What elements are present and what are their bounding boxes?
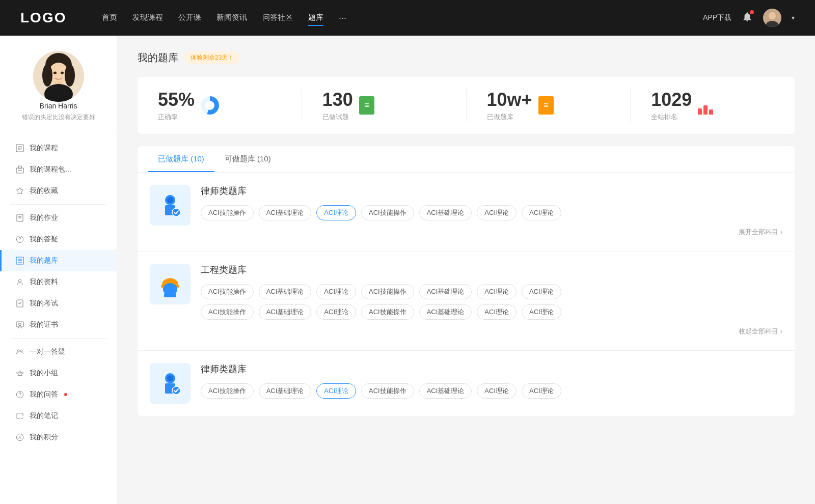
svg-point-6 — [42, 64, 52, 87]
tag-1a-1[interactable]: ACI基础理论 — [259, 284, 312, 299]
sidebar-item-oneone[interactable]: 一对一答疑 — [0, 341, 117, 362]
divider-2 — [10, 338, 106, 339]
bar-chart-icon — [698, 96, 716, 115]
sidebar-item-favorites[interactable]: 我的收藏 — [0, 180, 117, 202]
tag-1b-5[interactable]: ACI理论 — [477, 304, 517, 320]
sidebar: Brian Harris 错误的决定比没有决定要好 我的课程 我的课程包... — [0, 36, 117, 504]
sidebar-item-myqa[interactable]: 我的问答 — [0, 384, 117, 405]
sidebar-item-qa[interactable]: 我的答疑 — [0, 229, 117, 250]
expand-link-0[interactable]: 展开全部科目 › — [201, 226, 782, 239]
tag-1b-6[interactable]: ACI理论 — [522, 304, 561, 320]
svg-point-53 — [172, 386, 180, 395]
sidebar-item-package[interactable]: 我的课程包... — [0, 159, 117, 180]
stat-done-questions-label: 已做试题 — [322, 113, 353, 122]
nav-more[interactable]: ··· — [339, 10, 346, 26]
library-icon — [15, 256, 24, 265]
sidebar-label-package: 我的课程包... — [30, 165, 71, 174]
tag-1a-5[interactable]: ACI理论 — [477, 284, 517, 299]
myqa-icon — [15, 390, 24, 399]
svg-point-28 — [18, 279, 21, 282]
main-container: Brian Harris 错误的决定比没有决定要好 我的课程 我的课程包... — [0, 36, 815, 504]
sidebar-label-course: 我的课程 — [30, 144, 58, 153]
library-section-0: 律师类题库 ACI技能操作 ACI基础理论 ACI理论 ACI技能操作 ACI基… — [138, 173, 795, 251]
tag-1a-3[interactable]: ACI技能操作 — [361, 284, 414, 299]
lawyer-icon-2 — [157, 370, 183, 397]
course-icon — [15, 144, 24, 153]
library-content-0: 律师类题库 ACI技能操作 ACI基础理论 ACI理论 ACI技能操作 ACI基… — [201, 185, 782, 239]
tag-0-4[interactable]: ACI基础理论 — [419, 205, 472, 220]
stat-accuracy-number: 55% — [158, 89, 195, 110]
notification-bell[interactable] — [742, 11, 753, 24]
sidebar-item-points[interactable]: A 我的积分 — [0, 427, 117, 448]
sidebar-item-note[interactable]: 我的笔记 — [0, 405, 117, 427]
svg-point-23 — [19, 241, 20, 241]
package-icon — [15, 165, 24, 174]
tag-1b-2[interactable]: ACI理论 — [316, 304, 356, 320]
tag-2-5[interactable]: ACI理论 — [477, 383, 517, 399]
tag-2-2[interactable]: ACI理论 — [316, 383, 356, 399]
tag-2-6[interactable]: ACI理论 — [522, 383, 561, 399]
svg-text:A: A — [18, 435, 21, 440]
tag-1b-1[interactable]: ACI基础理论 — [259, 304, 312, 320]
sidebar-item-cert[interactable]: 我的证书 — [0, 314, 117, 335]
tag-1b-3[interactable]: ACI技能操作 — [361, 304, 414, 320]
nav-home[interactable]: 首页 — [102, 10, 117, 26]
sidebar-item-course[interactable]: 我的课程 — [0, 137, 117, 159]
tag-0-2[interactable]: ACI理论 — [316, 205, 356, 220]
tag-2-1[interactable]: ACI基础理论 — [259, 383, 312, 399]
sidebar-label-myqa: 我的问答 — [30, 390, 58, 399]
svg-point-45 — [167, 197, 173, 203]
tab-done[interactable]: 已做题库 (10) — [148, 146, 214, 172]
cert-icon — [15, 320, 24, 329]
nav-qa[interactable]: 问答社区 — [262, 10, 293, 26]
tag-1a-6[interactable]: ACI理论 — [522, 284, 561, 299]
svg-point-37 — [17, 372, 18, 374]
tag-0-1[interactable]: ACI基础理论 — [259, 205, 312, 220]
lawyer-icon-0 — [157, 192, 183, 218]
user-menu-chevron[interactable]: ▾ — [792, 14, 795, 21]
svg-point-35 — [20, 350, 22, 352]
myqa-dot — [64, 393, 67, 396]
tags-row-1b: ACI技能操作 ACI基础理论 ACI理论 ACI技能操作 ACI基础理论 AC… — [201, 304, 782, 320]
tag-1b-4[interactable]: ACI基础理论 — [419, 304, 472, 320]
list-icon — [538, 96, 554, 115]
tag-2-0[interactable]: ACI技能操作 — [201, 383, 254, 399]
notification-badge — [750, 10, 754, 14]
tag-1a-2[interactable]: ACI理论 — [316, 284, 356, 299]
expand-link-1[interactable]: 收起全部科目 › — [201, 325, 782, 338]
stat-done-banks-number: 10w+ — [487, 89, 532, 110]
sidebar-item-exam[interactable]: 我的考试 — [0, 293, 117, 314]
svg-point-36 — [19, 371, 21, 373]
sidebar-item-library[interactable]: 我的题库 — [0, 250, 117, 271]
nav-library[interactable]: 题库 — [308, 10, 323, 26]
nav-open-course[interactable]: 公开课 — [178, 10, 201, 26]
sidebar-item-group[interactable]: 我的小组 — [0, 362, 117, 384]
nav-news[interactable]: 新闻资讯 — [216, 10, 247, 26]
tag-0-3[interactable]: ACI技能操作 — [361, 205, 414, 220]
tag-1b-0[interactable]: ACI技能操作 — [201, 304, 254, 320]
tag-0-5[interactable]: ACI理论 — [477, 205, 517, 220]
star-icon — [15, 186, 24, 195]
library-header-0: 律师类题库 ACI技能操作 ACI基础理论 ACI理论 ACI技能操作 ACI基… — [150, 185, 782, 239]
svg-point-34 — [17, 350, 19, 352]
tag-0-6[interactable]: ACI理论 — [522, 205, 561, 220]
sidebar-item-profile[interactable]: 我的资料 — [0, 271, 117, 293]
note-icon — [15, 411, 24, 421]
library-section-1: 工程类题库 ACI技能操作 ACI基础理论 ACI理论 ACI技能操作 ACI基… — [138, 251, 795, 351]
sidebar-item-homework[interactable]: 我的作业 — [0, 207, 117, 229]
tab-available[interactable]: 可做题库 (10) — [214, 146, 281, 172]
tag-2-4[interactable]: ACI基础理论 — [419, 383, 472, 399]
engineer-icon-wrap — [150, 264, 191, 304]
tags-row-0: ACI技能操作 ACI基础理论 ACI理论 ACI技能操作 ACI基础理论 AC… — [201, 205, 782, 220]
user-avatar[interactable] — [763, 9, 781, 27]
tag-1a-4[interactable]: ACI基础理论 — [419, 284, 472, 299]
tag-2-3[interactable]: ACI技能操作 — [361, 383, 414, 399]
svg-point-10 — [53, 72, 57, 74]
svg-point-7 — [65, 64, 75, 87]
nav-discover[interactable]: 发现课程 — [132, 10, 163, 26]
profile-avatar-image — [33, 51, 84, 102]
list-icon-wrap — [538, 96, 557, 115]
app-download-link[interactable]: APP下载 — [703, 13, 731, 22]
tag-1a-0[interactable]: ACI技能操作 — [201, 284, 254, 299]
tag-0-0[interactable]: ACI技能操作 — [201, 205, 254, 220]
